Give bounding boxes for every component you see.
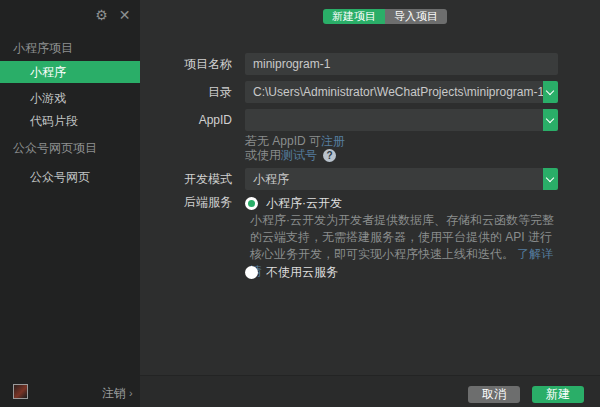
chevron-down-icon — [546, 87, 554, 95]
cloud-description-text: 小程序·云开发为开发者提供数据库、存储和云函数等完整的云端支持，无需搭建服务器，… — [250, 213, 554, 261]
appid-testaccount-hint: 或使用 测试号 ? — [245, 147, 336, 164]
close-icon[interactable]: ✕ — [117, 8, 132, 23]
project-name-input[interactable] — [245, 53, 558, 75]
project-tabbar: 新建项目 导入项目 — [323, 9, 447, 24]
directory-dropdown-button[interactable] — [543, 81, 558, 103]
avatar[interactable] — [13, 384, 28, 399]
appid-value — [245, 109, 543, 131]
sidebar-item-minigame[interactable]: 小游戏 — [0, 87, 140, 109]
chevron-down-icon — [546, 174, 554, 182]
dev-mode-value: 小程序 — [245, 168, 543, 190]
sidebar-toolbar: ⚙ ✕ — [94, 8, 132, 23]
dev-mode-label: 开发模式 — [150, 168, 232, 190]
sidebar-item-miniprogram[interactable]: 小程序 — [0, 61, 140, 83]
sidebar-section-official-account: 公众号网页项目 — [13, 140, 97, 157]
radio-selected-icon[interactable] — [245, 197, 258, 210]
main-panel: 新建项目 导入项目 项目名称 目录 C:\Users\Administrator… — [140, 0, 600, 407]
project-name-field[interactable] — [245, 53, 558, 75]
gear-icon[interactable]: ⚙ — [94, 8, 109, 23]
create-button[interactable]: 新建 — [532, 386, 584, 403]
test-account-link[interactable]: 测试号 — [281, 147, 317, 164]
help-icon[interactable]: ? — [323, 149, 336, 162]
directory-label: 目录 — [150, 81, 232, 103]
directory-select[interactable]: C:\Users\Administrator\WeChatProjects\mi… — [245, 81, 558, 103]
sidebar: ⚙ ✕ 小程序项目 小程序 小游戏 代码片段 公众号网页项目 公众号网页 注销› — [0, 0, 140, 407]
chevron-right-icon: › — [129, 387, 133, 399]
sidebar-section-miniprogram-projects: 小程序项目 — [13, 40, 73, 57]
sidebar-item-code-snippet[interactable]: 代码片段 — [0, 110, 140, 132]
backend-option-cloud[interactable]: 小程序·云开发 — [245, 195, 342, 212]
directory-value: C:\Users\Administrator\WeChatProjects\mi… — [245, 81, 543, 103]
test-hint-text: 或使用 — [245, 147, 281, 164]
sidebar-item-official-webpage[interactable]: 公众号网页 — [0, 166, 140, 188]
cancel-button[interactable]: 取消 — [468, 386, 520, 403]
backend-cloud-label: 小程序·云开发 — [266, 195, 342, 212]
appid-dropdown-button[interactable] — [543, 109, 558, 131]
dev-mode-dropdown-button[interactable] — [543, 168, 558, 190]
logout-label: 注销 — [102, 386, 126, 400]
logout-link[interactable]: 注销› — [102, 385, 133, 402]
dev-mode-select[interactable]: 小程序 — [245, 168, 558, 190]
tab-import-project[interactable]: 导入项目 — [385, 9, 447, 24]
new-project-window: ⚙ ✕ 小程序项目 小程序 小游戏 代码片段 公众号网页项目 公众号网页 注销›… — [0, 0, 600, 407]
radio-unselected-icon[interactable] — [245, 266, 258, 279]
chevron-down-icon — [546, 115, 554, 123]
backend-option-none[interactable]: 不使用云服务 — [245, 264, 338, 281]
backend-none-label: 不使用云服务 — [266, 264, 338, 281]
backend-service-label: 后端服务 — [150, 191, 232, 213]
project-name-label: 项目名称 — [150, 53, 232, 75]
dialog-footer: 取消 新建 — [140, 375, 600, 407]
appid-select[interactable] — [245, 109, 558, 131]
tab-new-project[interactable]: 新建项目 — [323, 9, 385, 24]
appid-label: AppID — [150, 109, 232, 131]
